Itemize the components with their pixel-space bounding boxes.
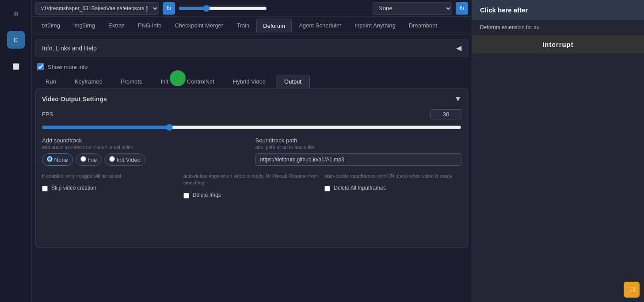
- refresh-model-btn[interactable]: ↻: [163, 2, 175, 15]
- tab-dreamboot[interactable]: Dreamboot: [403, 19, 443, 32]
- skip-video-group: If enabled, only images will be saved Sk…: [42, 173, 179, 191]
- content-area: Video Output Settings ▼ FPS Add soundtra…: [35, 88, 468, 248]
- show-more-checkbox[interactable]: [37, 63, 44, 70]
- soundtrack-path-group: Soundtrack path abs. path or url to audi…: [255, 137, 462, 167]
- tab-img2img[interactable]: img2img: [67, 19, 101, 32]
- right-panel-content: [472, 54, 644, 302]
- fps-slider[interactable]: [42, 124, 461, 131]
- skip-video-hint: If enabled, only images will be saved: [42, 173, 179, 180]
- delete-imgs-hint: auto-delete imgs when video is ready. Wi…: [183, 173, 320, 187]
- bottom-right-icon[interactable]: 🖥: [624, 282, 640, 298]
- add-soundtrack-group: Add soundtrack add audio to video from f…: [42, 137, 248, 167]
- show-more-label: Show more info: [48, 64, 88, 70]
- two-col-soundtrack: Add soundtrack add audio to video from f…: [42, 137, 461, 167]
- skip-video-item: Skip video creation: [42, 185, 179, 191]
- sub-tab-hybrid-video[interactable]: Hybrid Video: [225, 75, 274, 88]
- delete-inputframes-group: auto-delete inputframes (incl CN ones) w…: [324, 173, 461, 191]
- tab-inpaint-anything[interactable]: Inpaint Anything: [348, 19, 402, 32]
- main-tabs-bar: txt2img img2img Extras PNG Info Checkpoi…: [32, 17, 472, 34]
- tab-agent-scheduler[interactable]: Agent Scheduler: [293, 19, 347, 32]
- show-more-row: Show more info: [32, 61, 472, 72]
- refresh-btn-2[interactable]: ↻: [456, 2, 468, 15]
- section-toggle-btn[interactable]: ▼: [454, 95, 461, 103]
- top-slider[interactable]: [179, 5, 267, 12]
- main-area: v1/dreamshaper_631BakedVae.safetensors […: [32, 0, 472, 302]
- info-panel-title: Info, Links and Help: [42, 45, 97, 52]
- section-header: Video Output Settings ▼: [42, 95, 461, 103]
- fps-row: FPS: [42, 109, 461, 119]
- sub-tab-keyframes[interactable]: Keyframes: [66, 75, 111, 88]
- skip-video-label: Skip video creation: [51, 185, 96, 191]
- right-panel-subheader: Deforum extension for au: [472, 20, 644, 35]
- none-select[interactable]: None: [373, 2, 452, 15]
- delete-imgs-label: Delete Imgs: [193, 192, 221, 198]
- sidebar-grid-icon[interactable]: ⊞: [7, 4, 25, 22]
- skip-video-checkbox[interactable]: [42, 186, 48, 191]
- green-dot-indicator: [170, 70, 186, 86]
- add-soundtrack-sublabel: add audio to video from file/url or init…: [42, 145, 248, 150]
- delete-imgs-checkbox[interactable]: [183, 193, 189, 199]
- delete-inputframes-item: Delete All Inputframes: [324, 185, 461, 191]
- info-panel: Info, Links and Help ◀: [35, 39, 468, 57]
- top-bar: v1/dreamshaper_631BakedVae.safetensors […: [32, 0, 472, 17]
- interrupt-button[interactable]: Interrupt: [472, 35, 644, 54]
- delete-imgs-group: auto-delete imgs when video is ready. Wi…: [183, 173, 320, 199]
- tab-extras[interactable]: Extras: [102, 19, 131, 32]
- sub-tab-run[interactable]: Run: [37, 75, 65, 88]
- soundtrack-path-label: Soundtrack path: [255, 137, 462, 144]
- fps-input[interactable]: [431, 109, 461, 119]
- sub-tabs-bar: Run Keyframes Prompts Init ControlNet Hy…: [32, 72, 472, 88]
- sub-tab-output[interactable]: Output: [276, 75, 310, 88]
- model-select[interactable]: v1/dreamshaper_631BakedVae.safetensors […: [35, 2, 159, 15]
- section-title: Video Output Settings: [42, 96, 107, 103]
- radio-init-video[interactable]: Init Video: [104, 153, 145, 166]
- sidebar-monitor-icon[interactable]: ⬜: [7, 57, 25, 75]
- tab-checkpoint-merger[interactable]: Checkpoint Merger: [168, 19, 229, 32]
- bottom-section: If enabled, only images will be saved Sk…: [42, 173, 461, 199]
- tab-train[interactable]: Train: [230, 19, 255, 32]
- tab-txt2img[interactable]: txt2img: [35, 19, 66, 32]
- info-panel-collapse-btn[interactable]: ◀: [456, 44, 461, 52]
- delete-imgs-item: Delete Imgs: [183, 192, 320, 199]
- tab-deforum[interactable]: Deforum: [256, 19, 292, 33]
- sub-tab-prompts[interactable]: Prompts: [112, 75, 150, 88]
- sidebar: ⊞ C ⬜: [0, 0, 32, 302]
- delete-inputframes-hint: auto-delete inputframes (incl CN ones) w…: [324, 173, 461, 180]
- soundtrack-path-sublabel: abs. path or url to audio file: [255, 145, 462, 150]
- soundtrack-path-input[interactable]: [255, 153, 462, 166]
- fps-label: FPS: [42, 111, 69, 118]
- delete-inputframes-label: Delete All Inputframes: [334, 185, 385, 191]
- radio-group: None File Init Video: [42, 153, 248, 167]
- right-panel: Click here after Deforum extension for a…: [472, 0, 644, 302]
- tab-png-info[interactable]: PNG Info: [132, 19, 168, 32]
- delete-inputframes-checkbox[interactable]: [324, 186, 330, 191]
- radio-none[interactable]: None: [42, 153, 73, 166]
- radio-file[interactable]: File: [76, 153, 102, 166]
- right-panel-header[interactable]: Click here after: [472, 0, 644, 20]
- add-soundtrack-label: Add soundtrack: [42, 137, 248, 144]
- slider-container: [179, 5, 369, 12]
- sidebar-c-icon[interactable]: C: [7, 31, 25, 49]
